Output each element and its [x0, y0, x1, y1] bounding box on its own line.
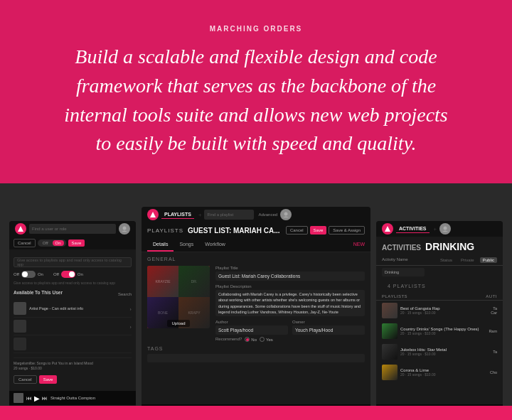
screen2-title-label: Playlist Title [215, 266, 365, 270]
screen2-desc-value[interactable]: Collaborating with Mariah Carey is a pri… [215, 290, 365, 316]
screen2-save-button[interactable]: Save [310, 226, 327, 235]
screen1-toggle-group[interactable]: Off On [38, 239, 66, 247]
screen3-app-icon [382, 223, 393, 235]
screen3-activities-title: AcTIvItIes [382, 244, 421, 252]
screen2-tab-songs[interactable]: Songs [174, 238, 199, 252]
screen2-desc-label: Playlist Description [215, 284, 365, 289]
screen3-thumb-2 [382, 344, 398, 360]
screen2-title-value[interactable]: Guest List: Mariah Carey Collaborations [215, 271, 365, 281]
screen1-input-row: Give access to playlists app and read on… [14, 257, 132, 267]
screen2-owner-value[interactable]: Youch Playa/Hood [292, 325, 365, 335]
screen2-search[interactable]: Find a playlist [204, 210, 254, 220]
screen1-list-item-1[interactable]: › [14, 318, 132, 335]
screen3-info-3: Corona & Lime 20 · 15 songs · $10.00 [400, 368, 487, 377]
screen2-playlists-label: PLAYLISTS [147, 227, 183, 234]
screen1-cancel-button[interactable]: Cancel [14, 239, 36, 247]
screen3-playlist-item-0[interactable]: Best of Gangsta Rap 20 · 15 songs · $10.… [376, 301, 503, 321]
screen3-thumb-0 [382, 303, 398, 318]
screen2-topbar: PLAYLISTS + Find a playlist Advanced [142, 207, 370, 222]
screen3-playlist-item-2[interactable]: Jukebox Hits: Star Metal 20 · 15 songs ·… [376, 342, 503, 362]
screen1-toggle-switch-off[interactable] [21, 271, 36, 278]
screen2-radio-no-label: No [251, 338, 257, 342]
screen2-tags-section: TAGS [147, 346, 365, 362]
screen1-search[interactable]: Find a user or role [29, 224, 116, 234]
screen3-info-2: Jukebox Hits: Star Metal 20 · 15 songs ·… [400, 348, 490, 356]
screen2-recommend-yes[interactable]: Yes [260, 337, 273, 342]
screen2-playlist-title: GUEST LIST: MARIAH CA... [188, 227, 279, 235]
screen1-toggle-row-2: Off On [53, 271, 83, 278]
screen2-tab-workflow[interactable]: Workflow [199, 238, 231, 252]
screen1-toggle-off-label: Off [14, 272, 19, 276]
screen2-title-field: Playlist Title Guest List: Mariah Carey … [215, 266, 365, 281]
screen2-recommend-no[interactable]: No [245, 337, 257, 342]
screen1-list-thumb-3 [14, 338, 26, 350]
screen1-save-buttons: Cancel Save [14, 375, 132, 384]
screen1-content: Give access to playlists app and read on… [9, 249, 136, 391]
screen2-upload-label[interactable]: Upload [167, 320, 189, 327]
screen2-radio-no-dot [245, 337, 250, 342]
screen2-album-art: KRAYZIE DR. BONE KRAPY Upload [147, 266, 210, 328]
screen1-topbar: Find a user or role [9, 221, 136, 237]
screen3-user-avatar [439, 223, 451, 235]
screen1-list-arrow-icon: › [129, 306, 132, 312]
screen2-save-assign-button[interactable]: Save & Assign [329, 226, 365, 235]
screen1-save-btn[interactable]: Save [39, 375, 58, 384]
screen1-list-arrow-icon-2: › [129, 323, 132, 330]
screen1-access-input[interactable]: Give access to playlists app and read on… [14, 257, 132, 267]
screen3-status-label: Status [437, 257, 455, 263]
screen2-general-label: GENERAL [147, 257, 365, 262]
screen1-toggle-switch-on[interactable] [61, 271, 75, 278]
screen1-list-item-0[interactable]: Artist Page - Can edit artist info › [14, 300, 132, 318]
screen2-user-avatar [280, 209, 292, 220]
screen2-author-field: Author Scott Playa/hood [215, 320, 288, 335]
screen2-author-label: Author [215, 320, 288, 324]
screen1-next-icon[interactable]: ⏭ [42, 395, 48, 402]
screen3-count-3: 20 · 15 songs · $10.00 [400, 372, 487, 377]
screen2-advanced-label: Advanced [258, 212, 277, 217]
screen1-list-item-2[interactable] [14, 335, 132, 353]
screen3-count-2: 20 · 15 songs · $10.00 [400, 352, 490, 356]
screen3-status-public[interactable]: Public [480, 257, 497, 263]
screen2-recommend-label: Recommend? [215, 337, 242, 342]
screen1-search-placeholder: Find a user or role [32, 227, 67, 231]
screen2-fields: Playlist Title Guest List: Mariah Carey … [215, 266, 365, 342]
screen1-actions-bar: Cancel Off On Save [9, 237, 136, 249]
screen1-small-text: Give access to playlists app and read on… [14, 281, 132, 286]
hero-label: MARCHING ORDERS [210, 25, 303, 33]
screen2-nav-tabs: PLAYLISTS + [161, 210, 201, 219]
screen2-sub-header: PLAYLISTS GUEST LIST: MARIAH CA... Cance… [142, 222, 370, 238]
screen3-playlist-item-1[interactable]: Country Drinks' Songs (The Happy Ones) 2… [376, 321, 503, 342]
screen2-tags-input[interactable] [147, 354, 365, 362]
screen1-app-icon [15, 223, 26, 235]
screen1-toggle2-off-label: Off [53, 272, 59, 276]
screen1-player-thumb [14, 393, 23, 403]
hero-section: MARCHING ORDERS Build a scalable and fle… [0, 0, 512, 183]
screen2-new-btn[interactable]: NEW [353, 238, 365, 252]
screen1-toggle-on[interactable]: On [53, 240, 64, 246]
screen3-activities-tab[interactable]: ACTIVITIES [396, 225, 430, 233]
screen1-prev-icon[interactable]: ⏮ [26, 395, 32, 402]
screen2-author-value[interactable]: Scott Playa/hood [215, 325, 288, 335]
screen2-owner-label: Owner [292, 320, 365, 324]
screen3-topbar: ACTIVITIES + [376, 221, 503, 237]
screen2-cancel-button[interactable]: Cancel [286, 226, 308, 235]
screen1-player-title: Straight Outta Compton [50, 396, 132, 400]
screen1-play-icon[interactable]: ▶ [34, 394, 40, 402]
screen1-available-title: Available To This User [14, 290, 63, 295]
screen3-info-1: Country Drinks' Songs (The Happy Ones) 2… [400, 327, 486, 335]
screen1-bottom-text: Margelsmilbe: Songs to Put You in an Isl… [14, 357, 132, 371]
hero-title: Build a scalable and flexible design and… [57, 43, 455, 158]
screen3-info-0: Best of Gangsta Rap 20 · 15 songs · $10.… [400, 306, 488, 315]
screen1-cancel-btn[interactable]: Cancel [14, 375, 37, 384]
screen3-right-0: TaCar [491, 306, 497, 315]
screen1-toggle-off[interactable]: Off [40, 240, 51, 246]
screen3-filter-input[interactable] [382, 268, 425, 276]
screen1-access-text: Give access to playlists app and read on… [17, 258, 128, 266]
screen1-player-controls[interactable]: ⏮ ▶ ⏭ [26, 394, 48, 402]
screen2-tab-details[interactable]: Details [147, 238, 174, 252]
screen3-playlist-item-3[interactable]: Corona & Lime 20 · 15 songs · $10.00 Cho [376, 362, 503, 383]
screen2-playlists-tab[interactable]: PLAYLISTS [161, 210, 194, 219]
screen3-status-private[interactable]: Private [458, 257, 477, 263]
screen1-save-button[interactable]: Save [68, 239, 85, 247]
screen3-col-name: Activity Name [382, 257, 437, 263]
